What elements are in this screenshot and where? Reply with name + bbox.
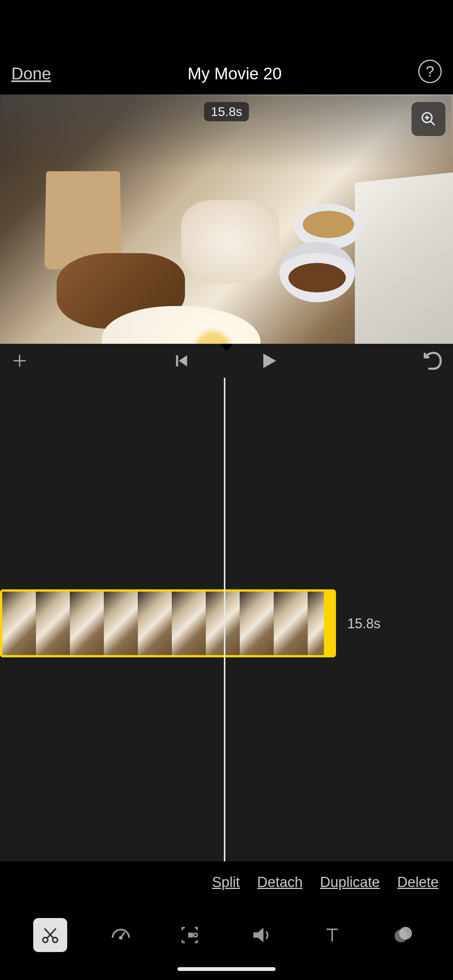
clip-actions: Split Detach Duplicate Delete <box>0 861 453 903</box>
volume-tool[interactable] <box>245 918 279 952</box>
preview-frame <box>0 94 453 344</box>
video-clip[interactable] <box>0 589 336 657</box>
svg-point-13 <box>194 933 198 937</box>
svg-line-1 <box>431 121 434 125</box>
add-media-button[interactable] <box>11 352 29 370</box>
skip-to-start-button[interactable] <box>173 353 190 369</box>
playhead[interactable] <box>224 378 225 861</box>
home-indicator[interactable] <box>177 967 276 971</box>
svg-point-12 <box>120 937 122 939</box>
project-title: My Movie 20 <box>188 64 282 83</box>
play-button[interactable] <box>258 350 280 372</box>
split-button[interactable]: Split <box>212 874 240 891</box>
svg-rect-6 <box>176 355 178 366</box>
help-button[interactable]: ? <box>418 60 442 83</box>
playhead-notch-icon <box>220 344 233 352</box>
editor-header: Done My Movie 20 ? <box>0 0 453 94</box>
clip-end-handle[interactable] <box>324 592 335 655</box>
video-preview[interactable]: 15.8s <box>0 94 453 344</box>
clip-duration-label: 15.8s <box>347 616 380 632</box>
crop-tool[interactable] <box>174 918 208 952</box>
undo-button[interactable] <box>421 350 442 371</box>
zoom-button[interactable] <box>412 102 445 136</box>
speed-tool[interactable] <box>104 918 138 952</box>
trim-tool[interactable] <box>33 918 67 952</box>
preview-time-badge: 15.8s <box>204 102 249 121</box>
done-button[interactable]: Done <box>11 64 51 83</box>
timeline[interactable]: 15.8s <box>0 378 453 861</box>
titles-tool[interactable] <box>315 918 349 952</box>
tool-bar <box>0 903 453 967</box>
duplicate-button[interactable]: Duplicate <box>320 874 380 891</box>
playback-controls <box>0 344 453 378</box>
svg-point-17 <box>399 927 412 940</box>
detach-button[interactable]: Detach <box>257 874 303 891</box>
filters-tool[interactable] <box>386 918 420 952</box>
delete-button[interactable]: Delete <box>397 874 439 891</box>
